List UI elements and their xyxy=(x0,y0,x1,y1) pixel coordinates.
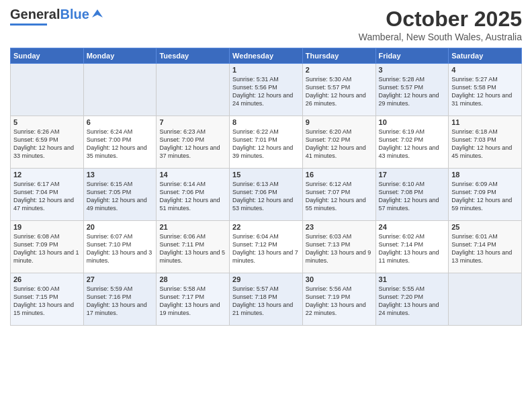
day-cell: 9Sunrise: 6:20 AMSunset: 7:02 PMDaylight… xyxy=(302,116,375,169)
day-info: Sunset: 5:58 PM xyxy=(451,83,519,91)
day-info: Sunrise: 6:15 AM xyxy=(87,180,154,188)
day-info: Sunrise: 5:28 AM xyxy=(379,75,446,83)
day-info: Sunrise: 5:31 AM xyxy=(232,75,300,83)
day-number: 12 xyxy=(13,171,81,179)
day-cell: 2Sunrise: 5:30 AMSunset: 5:57 PMDaylight… xyxy=(302,64,375,116)
day-cell xyxy=(83,64,157,116)
day-info: Sunrise: 6:10 AM xyxy=(379,180,446,188)
day-info: Sunrise: 6:18 AM xyxy=(451,128,519,136)
day-number: 4 xyxy=(451,66,519,74)
day-info: Daylight: 13 hours and 17 minutes. xyxy=(87,301,154,317)
weekday-header-friday: Friday xyxy=(375,48,449,64)
day-info: Sunrise: 6:13 AM xyxy=(232,180,300,188)
day-info: Sunset: 7:00 PM xyxy=(87,136,154,144)
day-cell: 5Sunrise: 6:26 AMSunset: 6:59 PMDaylight… xyxy=(11,116,84,169)
location-title: Wamberal, New South Wales, Australia xyxy=(359,32,522,42)
day-cell: 16Sunrise: 6:12 AMSunset: 7:07 PMDayligh… xyxy=(302,169,375,221)
day-cell: 30Sunrise: 5:56 AMSunset: 7:19 PMDayligh… xyxy=(302,273,375,326)
day-info: Sunset: 7:16 PM xyxy=(87,293,154,301)
day-info: Daylight: 12 hours and 35 minutes. xyxy=(87,144,154,160)
day-info: Daylight: 12 hours and 57 minutes. xyxy=(379,196,446,212)
day-info: Sunset: 7:04 PM xyxy=(13,188,81,196)
day-number: 31 xyxy=(379,275,446,283)
day-info: Daylight: 12 hours and 59 minutes. xyxy=(451,196,519,212)
day-info: Sunset: 7:05 PM xyxy=(87,188,154,196)
day-info: Sunset: 7:00 PM xyxy=(159,136,226,144)
day-info: Daylight: 13 hours and 11 minutes. xyxy=(379,248,446,265)
day-info: Daylight: 12 hours and 49 minutes. xyxy=(87,196,154,212)
day-info: Sunrise: 6:09 AM xyxy=(451,180,519,188)
week-row-2: 5Sunrise: 6:26 AMSunset: 6:59 PMDaylight… xyxy=(11,116,522,169)
day-number: 9 xyxy=(306,118,373,126)
day-info: Sunrise: 6:19 AM xyxy=(379,128,446,136)
calendar-table: SundayMondayTuesdayWednesdayThursdayFrid… xyxy=(10,48,522,326)
day-info: Sunrise: 5:30 AM xyxy=(306,75,373,83)
day-info: Sunrise: 6:22 AM xyxy=(232,128,300,136)
day-cell: 4Sunrise: 5:27 AMSunset: 5:58 PMDaylight… xyxy=(449,64,522,116)
day-info: Sunrise: 5:58 AM xyxy=(159,285,226,293)
day-number: 19 xyxy=(13,223,81,231)
day-number: 22 xyxy=(232,223,300,231)
day-info: Sunset: 5:56 PM xyxy=(232,83,300,91)
day-info: Daylight: 12 hours and 33 minutes. xyxy=(13,144,81,160)
day-info: Daylight: 12 hours and 31 minutes. xyxy=(451,91,519,107)
day-info: Daylight: 12 hours and 39 minutes. xyxy=(232,144,300,160)
day-info: Sunset: 7:01 PM xyxy=(232,136,300,144)
day-number: 17 xyxy=(379,171,446,179)
day-cell: 26Sunrise: 6:00 AMSunset: 7:15 PMDayligh… xyxy=(11,273,84,326)
day-number: 14 xyxy=(159,171,226,179)
logo: General Blue xyxy=(10,7,104,26)
weekday-header-monday: Monday xyxy=(83,48,157,64)
day-info: Sunset: 7:02 PM xyxy=(306,136,373,144)
day-info: Sunrise: 6:24 AM xyxy=(87,128,154,136)
day-info: Sunset: 7:11 PM xyxy=(159,240,226,248)
header: General Blue October 2025 Wamberal, New … xyxy=(10,7,522,42)
day-cell: 14Sunrise: 6:14 AMSunset: 7:06 PMDayligh… xyxy=(157,169,230,221)
day-info: Sunset: 7:08 PM xyxy=(379,188,446,196)
day-cell: 7Sunrise: 6:23 AMSunset: 7:00 PMDaylight… xyxy=(157,116,230,169)
day-info: Sunset: 7:18 PM xyxy=(232,293,300,301)
logo-general: General xyxy=(10,7,60,22)
day-cell: 10Sunrise: 6:19 AMSunset: 7:02 PMDayligh… xyxy=(375,116,449,169)
day-cell: 13Sunrise: 6:15 AMSunset: 7:05 PMDayligh… xyxy=(83,169,157,221)
day-cell: 11Sunrise: 6:18 AMSunset: 7:03 PMDayligh… xyxy=(449,116,522,169)
day-info: Sunset: 7:03 PM xyxy=(451,136,519,144)
day-number: 2 xyxy=(306,66,373,74)
day-number: 26 xyxy=(13,275,81,283)
logo-underline xyxy=(10,24,47,26)
day-info: Daylight: 13 hours and 1 minute. xyxy=(13,248,81,265)
logo-blue: Blue xyxy=(60,7,89,22)
day-info: Daylight: 13 hours and 22 minutes. xyxy=(306,301,373,317)
day-info: Daylight: 12 hours and 53 minutes. xyxy=(232,196,300,212)
day-cell: 23Sunrise: 6:03 AMSunset: 7:13 PMDayligh… xyxy=(302,221,375,273)
weekday-header-thursday: Thursday xyxy=(302,48,375,64)
day-info: Sunset: 7:17 PM xyxy=(159,293,226,301)
day-cell: 3Sunrise: 5:28 AMSunset: 5:57 PMDaylight… xyxy=(375,64,449,116)
day-info: Daylight: 12 hours and 47 minutes. xyxy=(13,196,81,212)
day-cell: 12Sunrise: 6:17 AMSunset: 7:04 PMDayligh… xyxy=(11,169,84,221)
day-number: 6 xyxy=(87,118,154,126)
day-info: Sunset: 7:14 PM xyxy=(379,240,446,248)
day-cell: 21Sunrise: 6:06 AMSunset: 7:11 PMDayligh… xyxy=(157,221,230,273)
day-info: Sunrise: 6:12 AM xyxy=(306,180,373,188)
day-info: Daylight: 12 hours and 29 minutes. xyxy=(379,91,446,107)
day-cell: 1Sunrise: 5:31 AMSunset: 5:56 PMDaylight… xyxy=(230,64,303,116)
day-info: Daylight: 13 hours and 15 minutes. xyxy=(13,301,81,317)
week-row-3: 12Sunrise: 6:17 AMSunset: 7:04 PMDayligh… xyxy=(11,169,522,221)
day-cell: 18Sunrise: 6:09 AMSunset: 7:09 PMDayligh… xyxy=(449,169,522,221)
day-info: Sunset: 5:57 PM xyxy=(306,83,373,91)
day-info: Daylight: 12 hours and 43 minutes. xyxy=(379,144,446,160)
day-info: Sunrise: 5:55 AM xyxy=(379,285,446,293)
day-cell xyxy=(449,273,522,326)
week-row-1: 1Sunrise: 5:31 AMSunset: 5:56 PMDaylight… xyxy=(11,64,522,116)
month-title: October 2025 xyxy=(359,7,522,32)
day-info: Sunrise: 6:17 AM xyxy=(13,180,81,188)
day-info: Sunset: 7:10 PM xyxy=(87,240,154,248)
day-info: Daylight: 13 hours and 21 minutes. xyxy=(232,301,300,317)
day-info: Sunrise: 6:02 AM xyxy=(379,232,446,240)
day-cell: 22Sunrise: 6:04 AMSunset: 7:12 PMDayligh… xyxy=(230,221,303,273)
day-number: 23 xyxy=(306,223,373,231)
day-number: 3 xyxy=(379,66,446,74)
page-container: General Blue October 2025 Wamberal, New … xyxy=(0,0,532,332)
day-info: Daylight: 13 hours and 9 minutes. xyxy=(306,248,373,265)
